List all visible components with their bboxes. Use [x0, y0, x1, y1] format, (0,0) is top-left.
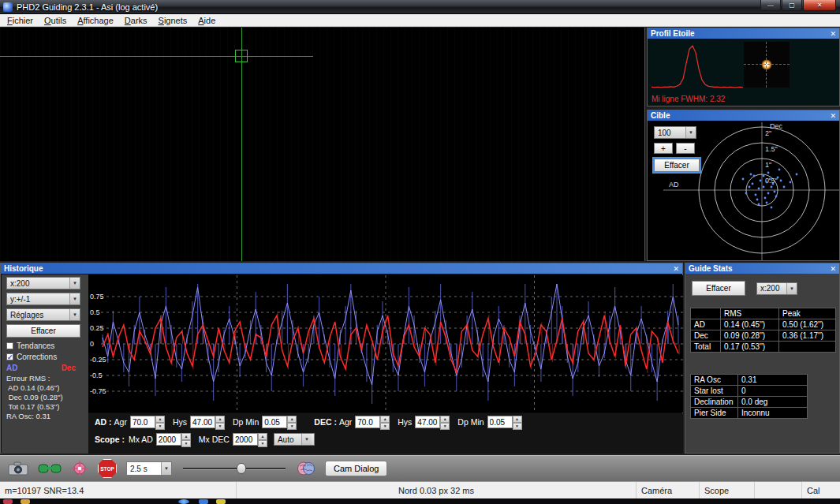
spin-up-icon[interactable]: ▲ — [380, 416, 390, 423]
phd2-window: PHD2 Guiding 2.3.1 - Asi (log activé) — … — [0, 0, 840, 504]
close-icon[interactable]: ✕ — [673, 265, 679, 273]
dec-aggression-input[interactable] — [355, 416, 380, 428]
max-dec-duration-input[interactable] — [233, 433, 258, 446]
history-clear-button[interactable]: Effacer — [6, 324, 80, 338]
stats-scale-select[interactable]: x:200 ▼ — [756, 282, 797, 295]
history-guide-controls: AD : Agr ▲▼ Hys ▲▼ Dp Min ▲▼ DEC : Agr — [88, 413, 683, 454]
dec-hysteresis-input[interactable] — [415, 416, 440, 428]
close-icon[interactable]: ✕ — [830, 30, 836, 38]
cam-dialog-button[interactable]: Cam Dialog — [325, 461, 387, 476]
trend-checkbox[interactable] — [6, 342, 13, 349]
guide-icon[interactable] — [71, 461, 88, 476]
minimize-button[interactable]: — — [760, 0, 781, 11]
ad-minmove-spinner[interactable]: ▲▼ — [262, 416, 297, 428]
max-ra-duration-spinner[interactable]: ▲▼ — [156, 433, 191, 446]
table-row: RA Osc 0.31 — [691, 375, 808, 386]
spin-down-icon[interactable]: ▼ — [380, 423, 390, 430]
gamma-slider-thumb[interactable] — [237, 463, 246, 474]
target-zoom-in-button[interactable]: + — [654, 143, 673, 154]
spin-down-icon[interactable]: ▼ — [181, 440, 191, 447]
dec-minmove-spinner[interactable]: ▲▼ — [487, 416, 522, 428]
target-clear-button[interactable]: Effacer — [654, 159, 700, 172]
svg-text:1.5": 1.5" — [765, 145, 778, 153]
taskbar-icon[interactable] — [3, 499, 13, 504]
loop-exposures-icon[interactable] — [38, 462, 62, 475]
spin-up-icon[interactable]: ▲ — [155, 416, 165, 423]
target-zoom-select[interactable]: 100 ▼ — [654, 126, 696, 139]
dec-aggression-spinner[interactable]: ▲▼ — [355, 416, 390, 428]
spin-down-icon[interactable]: ▼ — [287, 423, 297, 430]
ra-osc: RA Osc: 0.31 — [6, 412, 88, 421]
start-orb[interactable] — [178, 499, 189, 504]
camera-view[interactable] — [0, 28, 645, 261]
gamma-slider-track — [183, 468, 286, 470]
history-yscale-value: y:+/-1 — [10, 295, 30, 304]
status-cal: Cal — [802, 482, 840, 498]
stats-scale-value: x:200 — [760, 284, 779, 293]
menu-affichage[interactable]: Affichage — [72, 15, 119, 26]
exposure-duration-select[interactable]: 2.5 s ▼ — [126, 461, 172, 476]
rms-total: Tot 0.17 (0.53'') — [6, 402, 88, 412]
table-row: Star lost 0 — [691, 386, 808, 397]
taskbar-icon[interactable] — [199, 499, 208, 504]
ad-minmove-input[interactable] — [262, 416, 287, 428]
ad-aggression-spinner[interactable]: ▲▼ — [130, 416, 165, 428]
close-icon[interactable]: ✕ — [830, 265, 836, 273]
dec-guide-mode-select[interactable]: Auto ▼ — [274, 433, 315, 446]
ad-aggression-input[interactable] — [130, 416, 155, 428]
max-ra-duration-input[interactable] — [156, 433, 181, 446]
corrections-checkbox[interactable]: ✓ — [6, 353, 13, 360]
gamma-slider[interactable] — [183, 461, 286, 476]
exposure-value: 2.5 s — [130, 465, 147, 473]
history-graph: 0.750.50.250-0.25-0.5-0.75 — [88, 275, 683, 413]
spin-up-icon[interactable]: ▲ — [440, 416, 450, 423]
spin-up-icon[interactable]: ▲ — [215, 416, 225, 423]
history-xscale-select[interactable]: x:200 ▼ — [6, 277, 80, 289]
spin-up-icon[interactable]: ▲ — [258, 433, 267, 440]
fwhm-readout: Mi ligne FWHM: 2.32 — [651, 95, 725, 103]
target-zoom-out-button[interactable]: - — [676, 143, 695, 154]
maximize-button[interactable]: ▢ — [782, 0, 802, 11]
stop-icon[interactable]: STOP — [98, 459, 117, 478]
mxad-label: Mx AD — [129, 435, 153, 444]
spin-up-icon[interactable]: ▲ — [181, 433, 191, 440]
camera-icon[interactable] — [8, 461, 28, 476]
taskbar-icon[interactable] — [216, 499, 226, 504]
spin-down-icon[interactable]: ▼ — [513, 423, 522, 430]
close-icon[interactable]: ✕ — [830, 112, 836, 120]
ad-hysteresis-spinner[interactable]: ▲▼ — [190, 416, 225, 428]
history-settings-label: Réglages — [10, 311, 43, 319]
dec-guide-mode-value: Auto — [278, 435, 294, 444]
corrections-checkbox-row[interactable]: ✓ Corrections — [6, 353, 88, 361]
scope-prefix: Scope : — [95, 435, 125, 444]
brain-icon[interactable] — [297, 461, 315, 476]
dec-minmove-input[interactable] — [487, 416, 513, 428]
spin-down-icon[interactable]: ▼ — [258, 440, 267, 447]
history-xscale-value: x:200 — [10, 279, 29, 288]
menu-aide[interactable]: Aide — [192, 15, 221, 26]
close-button[interactable]: ✕ — [803, 0, 836, 11]
guide-stats-title: Guide Stats — [689, 264, 733, 273]
spin-up-icon[interactable]: ▲ — [513, 416, 522, 423]
dec-hysteresis-spinner[interactable]: ▲▼ — [415, 416, 450, 428]
history-settings-select[interactable]: Réglages ▼ — [6, 308, 80, 321]
spin-up-icon[interactable]: ▲ — [287, 416, 297, 423]
session-stats-table: RA Osc 0.31 Star lost 0 Declination 0.0 … — [690, 374, 808, 419]
taskbar-icon[interactable] — [21, 499, 30, 504]
spin-down-icon[interactable]: ▼ — [155, 423, 165, 430]
status-spacer — [755, 482, 802, 498]
spin-down-icon[interactable]: ▼ — [215, 423, 225, 430]
menu-darks[interactable]: Darks — [119, 15, 153, 26]
svg-text:-0.25: -0.25 — [90, 356, 106, 364]
trend-checkbox-row[interactable]: Tendances — [6, 342, 88, 350]
menu-outils[interactable]: Outils — [39, 15, 72, 26]
max-dec-duration-spinner[interactable]: ▲▼ — [233, 433, 267, 446]
star-profile-caption: Profil Etoile ✕ — [648, 28, 839, 39]
crosshair-horizontal — [0, 56, 313, 57]
stats-clear-button[interactable]: Effacer — [692, 281, 745, 296]
ad-hysteresis-input[interactable] — [190, 416, 215, 428]
spin-down-icon[interactable]: ▼ — [440, 423, 450, 430]
menu-signets[interactable]: Signets — [153, 15, 193, 26]
history-yscale-select[interactable]: y:+/-1 ▼ — [6, 293, 80, 305]
menu-fichier[interactable]: Fichier — [2, 15, 39, 26]
